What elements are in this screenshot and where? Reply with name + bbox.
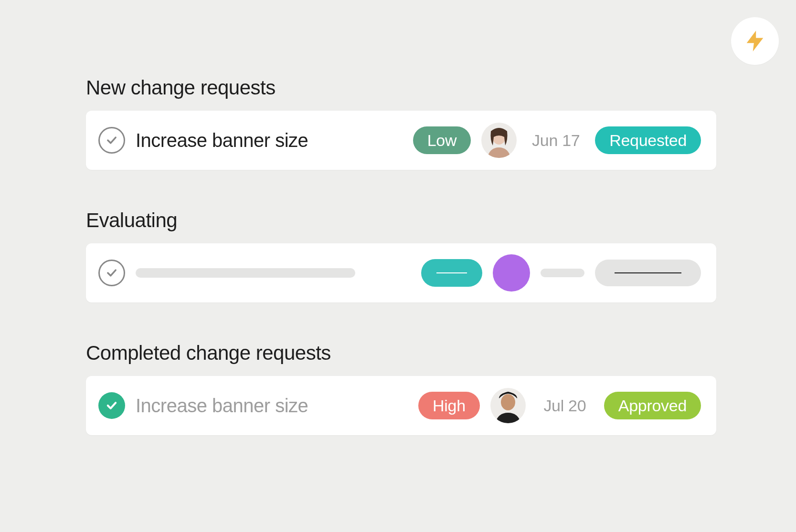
section-evaluating: Evaluating: [86, 209, 716, 303]
task-title: Increase banner size: [136, 395, 308, 417]
avatar-icon: [481, 123, 517, 158]
assignee-avatar[interactable]: [490, 388, 526, 423]
task-row[interactable]: Increase banner size High Jul 20 Appr: [86, 376, 716, 435]
section-title-completed: Completed change requests: [86, 342, 716, 365]
priority-badge[interactable]: Low: [413, 126, 471, 154]
priority-badge[interactable]: High: [418, 392, 480, 419]
section-new-change-requests: New change requests Increase banner size…: [86, 76, 716, 170]
lightning-icon: [743, 29, 767, 53]
section-title-evaluating: Evaluating: [86, 209, 716, 232]
automation-fab[interactable]: [731, 17, 779, 65]
svg-point-5: [501, 394, 515, 410]
check-icon: [105, 399, 118, 412]
task-title-placeholder: [136, 268, 355, 278]
check-icon: [105, 266, 118, 280]
priority-badge-placeholder: [421, 259, 482, 287]
complete-toggle[interactable]: [98, 127, 125, 154]
assignee-avatar-placeholder: [493, 254, 530, 292]
section-completed-change-requests: Completed change requests Increase banne…: [86, 342, 716, 435]
assignee-avatar[interactable]: [481, 123, 517, 158]
avatar-icon: [490, 388, 526, 423]
status-badge[interactable]: Approved: [604, 392, 701, 419]
task-row-placeholder[interactable]: [86, 243, 716, 303]
due-date-placeholder: [541, 269, 584, 277]
due-date[interactable]: Jul 20: [536, 396, 594, 415]
task-title: Increase banner size: [136, 130, 308, 151]
task-row[interactable]: Increase banner size Low Jun 17 Reque: [86, 111, 716, 170]
due-date[interactable]: Jun 17: [527, 131, 584, 150]
complete-toggle[interactable]: [98, 260, 125, 286]
complete-toggle[interactable]: [98, 392, 125, 419]
status-badge[interactable]: Requested: [595, 126, 701, 154]
status-badge-placeholder: [595, 260, 701, 286]
check-icon: [105, 134, 118, 147]
section-title-new: New change requests: [86, 76, 716, 99]
